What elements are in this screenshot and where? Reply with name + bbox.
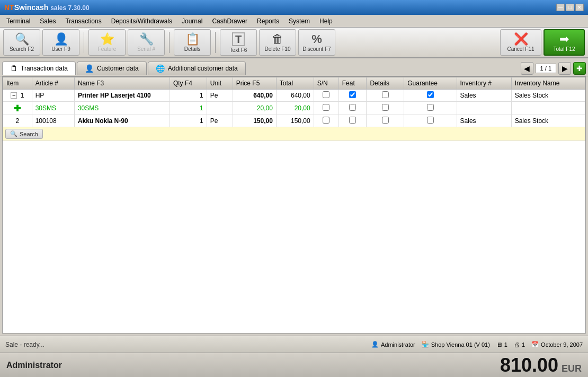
cell-name-sub: 30SMS xyxy=(74,102,170,115)
cell-expand-sub[interactable]: ✚ xyxy=(3,102,32,115)
menu-item-sales[interactable]: Sales xyxy=(35,16,60,26)
customer-tab-icon: 👤 xyxy=(85,64,94,73)
cell-feat-3[interactable] xyxy=(338,115,367,127)
guarantee-checkbox-3[interactable] xyxy=(427,117,434,124)
cell-guarantee[interactable] xyxy=(404,90,457,102)
cell-sn-sub[interactable] xyxy=(314,102,338,115)
col-unit: Unit xyxy=(207,77,233,90)
search-btn-label: Search xyxy=(20,131,38,137)
status-user: 👤 Administrator xyxy=(371,341,415,348)
close-button[interactable]: ✕ xyxy=(575,4,584,11)
page-current: 1 xyxy=(540,65,544,72)
printer-status-icon: 🖨 xyxy=(514,341,520,348)
menu-item-terminal[interactable]: Terminal xyxy=(2,16,34,26)
details-checkbox-3[interactable] xyxy=(382,117,389,124)
feat-checkbox-3[interactable] xyxy=(349,117,356,124)
total-button[interactable]: ➡ Total F12 xyxy=(544,29,585,56)
admin-label: Administrator xyxy=(6,361,62,370)
cell-feat-sub[interactable] xyxy=(338,102,367,115)
app-title: NTSwincash sales 7.30.00 xyxy=(4,3,90,12)
page-total: 1 xyxy=(548,65,551,72)
tab-customer[interactable]: 👤 Customer data xyxy=(77,62,147,75)
currency-label: EUR xyxy=(562,363,582,374)
delete-label: Delete F10 xyxy=(265,46,291,52)
menu-item-help[interactable]: Help xyxy=(315,16,337,26)
sn-checkbox[interactable] xyxy=(323,91,329,98)
search-article-button[interactable]: 🔍 Search xyxy=(5,129,43,139)
cell-details[interactable] xyxy=(367,90,404,102)
tab-transaction[interactable]: 🗒 Transaction data xyxy=(2,62,76,75)
guarantee-checkbox[interactable] xyxy=(427,91,434,98)
menu-item-journal[interactable]: Journal xyxy=(177,16,207,26)
serial-label: Serial # xyxy=(137,46,155,52)
menu-item-system[interactable]: System xyxy=(284,16,314,26)
total-amount-value: 810.00 xyxy=(500,354,558,376)
tab-additional[interactable]: 🌐 Additional customer data xyxy=(148,62,246,75)
cell-unit-3: Pe xyxy=(207,115,233,127)
feature-button[interactable]: ⭐ Feature xyxy=(88,29,126,56)
text-button[interactable]: T Text F6 xyxy=(220,29,257,56)
col-inventory: Inventory # xyxy=(457,77,511,90)
feature-label: Feature xyxy=(98,46,116,52)
cell-expand[interactable]: − 1 xyxy=(3,90,32,102)
restore-button[interactable]: □ xyxy=(566,4,574,11)
calendar-status-icon: 📅 xyxy=(531,341,539,348)
cell-sn[interactable] xyxy=(314,90,338,102)
menubar: TerminalSalesTransactionsDeposits/Withdr… xyxy=(0,15,588,28)
discount-button[interactable]: % Discount F7 xyxy=(298,29,335,56)
add-page-button[interactable]: ✚ xyxy=(573,62,586,75)
main-content: Item Article # Name F3 Qty F4 Unit Price… xyxy=(2,76,586,334)
user-label: User F9 xyxy=(51,46,70,52)
menu-item-cashdrawer[interactable]: CashDrawer xyxy=(208,16,252,26)
feat-checkbox-sub[interactable] xyxy=(349,104,356,111)
sn-checkbox-3[interactable] xyxy=(323,117,329,124)
serial-icon: 🔧 xyxy=(139,33,154,45)
prev-page-button[interactable]: ◀ xyxy=(521,62,533,75)
items-table: Item Article # Name F3 Qty F4 Unit Price… xyxy=(3,77,585,141)
details-label: Details xyxy=(184,46,201,52)
next-page-button[interactable]: ▶ xyxy=(558,62,571,75)
cell-name-3: Akku Nokia N-90 xyxy=(74,115,170,127)
search-button[interactable]: 🔍 Search F2 xyxy=(3,29,40,56)
expand-icon: ✚ xyxy=(14,103,21,111)
cancel-button[interactable]: ❌ Cancel F11 xyxy=(500,29,541,56)
user-button[interactable]: 👤 User F9 xyxy=(42,29,79,56)
total-display: 810.00 EUR xyxy=(500,354,582,376)
cell-guarantee-sub[interactable] xyxy=(404,102,457,115)
cell-guarantee-3[interactable] xyxy=(404,115,457,127)
col-item: Item xyxy=(3,77,32,90)
guarantee-checkbox-sub[interactable] xyxy=(427,104,434,111)
status-monitor: 🖥 1 xyxy=(496,341,507,348)
search-icon: 🔍 xyxy=(15,33,29,45)
shop-status-icon: 🏪 xyxy=(422,341,429,348)
minimize-button[interactable]: — xyxy=(556,4,565,11)
printer-status-label: 1 xyxy=(522,341,525,348)
col-guarantee: Guarantee xyxy=(404,77,457,90)
page-indicator: 1 / 1 xyxy=(536,64,556,73)
cell-total-3: 150,00 xyxy=(276,115,314,127)
cell-total-sub: 20,00 xyxy=(276,102,314,115)
details-icon: 📋 xyxy=(185,33,200,45)
details-button[interactable]: 📋 Details xyxy=(174,29,211,56)
sn-checkbox-sub[interactable] xyxy=(323,104,329,111)
cell-sn-3[interactable] xyxy=(314,115,338,127)
status-right: 👤 Administrator 🏪 Shop Vienna 01 (V 01) … xyxy=(371,341,583,348)
menu-item-transactions[interactable]: Transactions xyxy=(61,16,105,26)
cell-details-sub[interactable] xyxy=(367,102,404,115)
col-name: Name F3 xyxy=(74,77,170,90)
status-text: Sale - ready... xyxy=(5,341,367,348)
serial-button[interactable]: 🔧 Serial # xyxy=(128,29,165,56)
status-shop: 🏪 Shop Vienna 01 (V 01) xyxy=(422,341,490,348)
menu-item-reports[interactable]: Reports xyxy=(253,16,283,26)
details-checkbox-sub[interactable] xyxy=(382,104,389,111)
delete-button[interactable]: 🗑 Delete F10 xyxy=(259,29,296,56)
menu-item-deposits/withdrawals[interactable]: Deposits/Withdrawals xyxy=(107,16,176,26)
details-checkbox[interactable] xyxy=(382,91,389,98)
cell-item-3: 2 xyxy=(3,115,32,127)
cell-details-3[interactable] xyxy=(367,115,404,127)
cell-price-3: 150,00 xyxy=(233,115,276,127)
table-header-row: Item Article # Name F3 Qty F4 Unit Price… xyxy=(3,77,585,90)
cell-feat[interactable] xyxy=(338,90,367,102)
status-printer: 🖨 1 xyxy=(514,341,525,348)
feat-checkbox[interactable] xyxy=(349,91,356,98)
